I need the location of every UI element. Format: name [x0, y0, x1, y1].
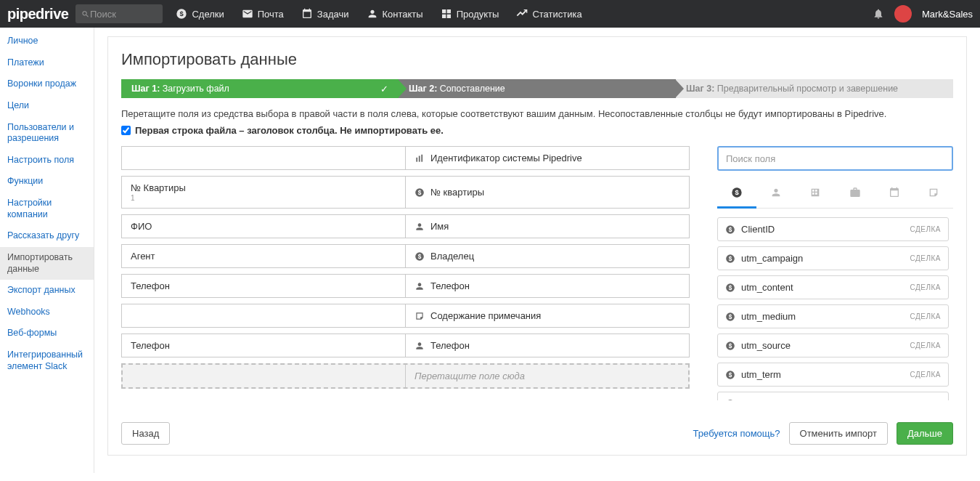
mapping-row[interactable]: Содержание примечания	[121, 304, 690, 328]
field-item[interactable]: $Акционная ценаСДЕЛКА	[717, 392, 949, 400]
tab-product[interactable]	[836, 181, 875, 208]
tab-note[interactable]	[914, 181, 953, 208]
person-icon	[415, 341, 425, 351]
sidebar-item[interactable]: Импортировать данные	[0, 247, 94, 280]
field-list: $ClientIDСДЕЛКА$utm_campaignСДЕЛКА$utm_c…	[717, 217, 953, 400]
sidebar-item[interactable]: Пользователи и разрешения	[0, 117, 94, 150]
mapping-target[interactable]: $Владелец	[406, 245, 689, 267]
svg-text:$: $	[180, 10, 184, 17]
sidebar-item[interactable]: Экспорт данных	[0, 280, 94, 302]
mapping-target[interactable]: $№ квартиры	[406, 177, 689, 208]
mapping-target[interactable]: Телефон	[406, 334, 689, 357]
nav-stats[interactable]: Статистика	[516, 8, 581, 20]
mapping-target-label: Владелец	[430, 251, 474, 262]
mapping-source: № Квартиры1	[122, 177, 406, 208]
mapping-target-label: Перетащите поле сюда	[415, 371, 525, 381]
help-link[interactable]: Требуется помощь?	[693, 428, 780, 439]
mapping-row[interactable]: ТелефонТелефон	[121, 334, 690, 357]
field-item[interactable]: $utm_mediumСДЕЛКА	[717, 304, 949, 328]
field-type-label: СДЕЛКА	[910, 254, 941, 262]
sidebar-item[interactable]: Личное	[0, 31, 94, 52]
dollar-icon: $	[725, 254, 735, 264]
sidebar-item[interactable]: Интегрированный элемент Slack	[0, 344, 94, 377]
field-name: utm_medium	[741, 311, 796, 322]
settings-sidebar: ЛичноеПлатежиВоронки продажЦелиПользоват…	[0, 28, 94, 473]
tab-org[interactable]	[796, 181, 835, 208]
mapping-row[interactable]: ФИОИмя	[121, 214, 690, 238]
sidebar-item[interactable]: Платежи	[0, 52, 94, 74]
nav-deals[interactable]: $Сделки	[176, 8, 224, 20]
svg-point-23	[726, 400, 735, 400]
mapping-source: Телефон	[122, 275, 406, 297]
mapping-target[interactable]: Телефон	[406, 275, 689, 297]
mapping-target[interactable]: Идентификатор системы Pipedrive	[406, 147, 689, 169]
mapping-row[interactable]: № Квартиры1$№ квартиры	[121, 176, 690, 209]
step-3: Шаг 3: Предварительный просмотр и заверш…	[676, 79, 953, 98]
dollar-icon: $	[415, 251, 425, 262]
tab-person[interactable]	[756, 181, 796, 208]
field-type-label: СДЕЛКА	[910, 371, 941, 379]
svg-rect-3	[419, 155, 420, 161]
mapping-row[interactable]: Агент$Владелец	[121, 244, 690, 268]
field-search-input[interactable]	[717, 146, 953, 171]
global-search[interactable]	[75, 4, 163, 23]
step-2[interactable]: Шаг 2: Сопоставление	[399, 79, 676, 98]
person-icon	[415, 281, 425, 291]
field-type-label: СДЕЛКА	[910, 312, 941, 320]
mapping-drop-target[interactable]: Перетащите поле сюда	[121, 363, 690, 389]
svg-text:$: $	[418, 189, 422, 195]
field-item[interactable]: $utm_sourceСДЕЛКА	[717, 334, 949, 357]
field-item[interactable]: $ClientIDСДЕЛКА	[717, 217, 949, 241]
tab-activity[interactable]	[875, 181, 914, 208]
instruction-text: Перетащите поля из средства выбора в пра…	[121, 108, 953, 119]
mapping-target[interactable]: Имя	[406, 215, 689, 238]
mapping-row[interactable]: ТелефонТелефон	[121, 274, 690, 298]
first-row-header-checkbox[interactable]	[121, 126, 131, 135]
back-button[interactable]: Назад	[121, 422, 170, 445]
field-item[interactable]: $utm_contentСДЕЛКА	[717, 275, 949, 299]
sidebar-item[interactable]: Webhooks	[0, 302, 94, 323]
field-name: utm_term	[741, 369, 781, 380]
mapping-target[interactable]: Перетащите поле сюда	[406, 365, 688, 387]
step-complete-icon: ✓	[380, 84, 388, 94]
field-picker: $ $ClientIDСДЕЛКА$utm_campaignСДЕЛКА$utm…	[717, 146, 953, 400]
sidebar-item[interactable]: Настроить поля	[0, 150, 94, 171]
sidebar-item[interactable]: Настройки компании	[0, 193, 94, 225]
cancel-import-button[interactable]: Отменить импорт	[789, 422, 888, 445]
nav-products[interactable]: Продукты	[441, 8, 499, 20]
sidebar-item[interactable]: Воронки продаж	[0, 73, 94, 95]
username[interactable]: Mark&Sales	[922, 9, 973, 20]
sidebar-item[interactable]: Цели	[0, 95, 94, 117]
tab-deal[interactable]: $	[717, 181, 756, 209]
field-item[interactable]: $utm_termСДЕЛКА	[717, 363, 949, 387]
mapping-target-label: Идентификатор системы Pipedrive	[430, 153, 582, 163]
sidebar-item[interactable]: Веб-формы	[0, 323, 94, 344]
avatar[interactable]	[894, 5, 912, 23]
first-row-header-label[interactable]: Первая строка файла – заголовок столбца.…	[135, 125, 444, 136]
field-item[interactable]: $utm_campaignСДЕЛКА	[717, 246, 949, 270]
nav-mail[interactable]: Почта	[242, 8, 284, 20]
field-type-label: СДЕЛКА	[910, 225, 941, 233]
nav-contacts[interactable]: Контакты	[367, 8, 423, 20]
svg-rect-4	[421, 154, 422, 161]
mapping-source: ФИО	[122, 215, 406, 238]
dollar-icon: $	[415, 187, 425, 198]
global-search-input[interactable]	[90, 9, 157, 20]
mapping-source: Телефон	[122, 334, 406, 357]
nav-tasks[interactable]: Задачи	[301, 8, 349, 20]
svg-text:$: $	[418, 253, 422, 259]
field-name: utm_source	[741, 340, 791, 351]
sidebar-item[interactable]: Функции	[0, 171, 94, 193]
next-button[interactable]: Дальше	[897, 422, 953, 445]
sidebar-item[interactable]: Рассказать другу	[0, 225, 94, 247]
mapping-target-label: Содержание примечания	[430, 310, 541, 321]
mapping-target-label: Телефон	[430, 340, 470, 351]
bell-icon[interactable]	[873, 8, 884, 20]
svg-text:$: $	[729, 226, 732, 233]
dollar-icon: $	[725, 341, 735, 351]
step-1[interactable]: Шаг 1: Загрузить файл ✓	[121, 79, 399, 98]
mapping-target-label: Имя	[430, 221, 449, 232]
mapping-target[interactable]: Содержание примечания	[406, 304, 689, 327]
mapping-row[interactable]: Идентификатор системы Pipedrive	[121, 146, 690, 170]
field-name: Акционная цена	[741, 398, 812, 400]
